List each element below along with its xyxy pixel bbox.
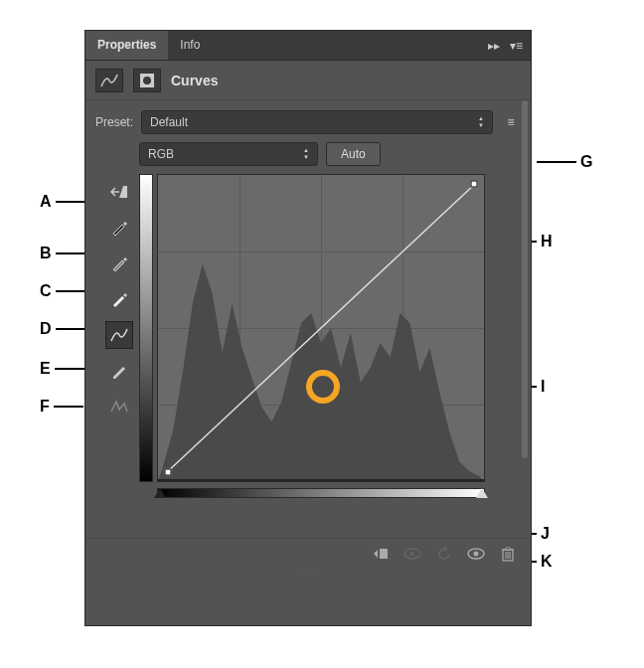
gray-point-eyedropper[interactable] (105, 250, 133, 277)
tabs-row: Properties Info ▸▸ ▾≡ (85, 31, 531, 61)
callout-F: F (40, 398, 83, 416)
input-gradient (157, 488, 485, 498)
targeted-adjustment-tool[interactable] (105, 178, 133, 206)
svg-rect-4 (380, 549, 388, 559)
smooth-tool[interactable] (105, 393, 133, 420)
curves-presets-icon[interactable] (95, 69, 123, 92)
properties-panel: Properties Info ▸▸ ▾≡ Curves Preset: Def… (84, 30, 532, 626)
reset-icon[interactable] (429, 543, 459, 565)
black-input-slider[interactable] (154, 488, 166, 498)
callout-D: D (40, 320, 85, 338)
preset-label: Preset: (95, 115, 133, 129)
title-row: Curves (85, 61, 531, 100)
channel-value: RGB (148, 147, 174, 161)
svg-point-6 (410, 552, 414, 556)
callout-B: B (40, 245, 85, 262)
dropdown-arrows-icon: ▲▼ (478, 116, 484, 128)
curve-point-white[interactable] (471, 181, 478, 188)
svg-point-8 (474, 551, 479, 556)
preset-menu-icon[interactable]: ≡ (501, 115, 521, 129)
output-gradient (139, 174, 153, 482)
visibility-icon[interactable] (461, 543, 491, 565)
svg-marker-2 (158, 263, 484, 481)
preset-value: Default (150, 115, 188, 129)
dropdown-arrows-icon: ▲▼ (303, 148, 309, 160)
scrollbar[interactable] (522, 100, 528, 458)
mask-icon[interactable] (133, 69, 161, 92)
panel-title: Curves (171, 73, 218, 88)
white-point-eyedropper[interactable] (105, 285, 133, 313)
resize-grip[interactable]: :::::: (85, 568, 531, 576)
callout-E: E (40, 360, 84, 378)
tab-properties[interactable]: Properties (85, 31, 168, 60)
white-input-slider[interactable] (476, 488, 488, 498)
black-point-eyedropper[interactable] (105, 214, 133, 242)
curves-graph[interactable] (157, 174, 485, 482)
pencil-tool[interactable] (105, 357, 133, 385)
histogram (158, 175, 484, 481)
tab-info[interactable]: Info (168, 31, 212, 60)
callout-G: G (537, 153, 592, 171)
channel-select[interactable]: RGB ▲▼ (139, 142, 318, 166)
curve-point-black[interactable] (164, 468, 171, 475)
bottom-bar (85, 538, 531, 568)
callout-C: C (40, 282, 85, 300)
curve-point-tool[interactable] (105, 321, 133, 349)
trash-icon[interactable] (493, 543, 523, 565)
panel-menu-icon[interactable]: ▾≡ (510, 39, 523, 53)
collapse-icon[interactable]: ▸▸ (488, 39, 500, 53)
baseline (158, 479, 484, 481)
view-previous-icon[interactable] (398, 543, 427, 565)
auto-button[interactable]: Auto (326, 142, 381, 166)
svg-point-1 (143, 77, 151, 84)
callout-A: A (40, 193, 85, 211)
clip-to-layer-icon[interactable] (366, 543, 396, 565)
preset-select[interactable]: Default ▲▼ (141, 110, 493, 134)
tool-column (105, 174, 139, 518)
